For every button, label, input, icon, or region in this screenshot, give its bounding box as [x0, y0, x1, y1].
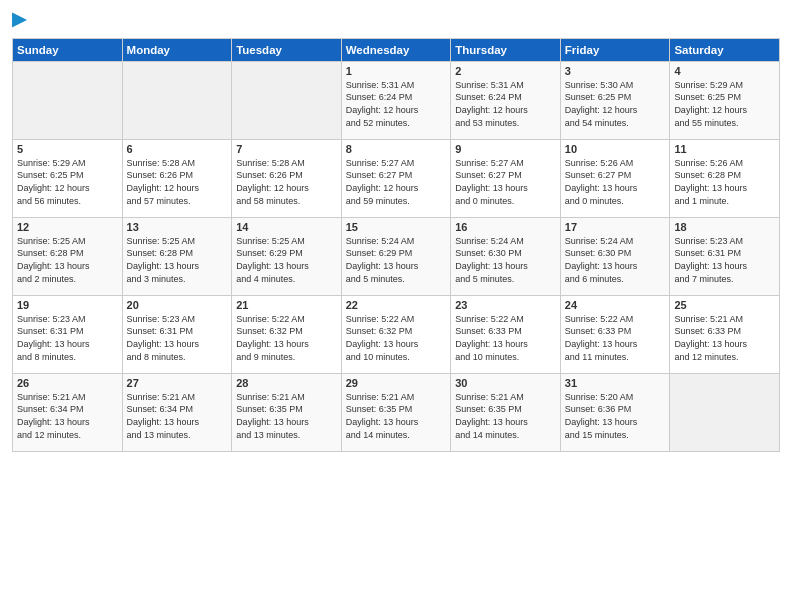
- day-info: Sunrise: 5:25 AM Sunset: 6:29 PM Dayligh…: [236, 235, 337, 285]
- day-number: 17: [565, 221, 666, 233]
- calendar-cell: 26Sunrise: 5:21 AM Sunset: 6:34 PM Dayli…: [13, 373, 123, 451]
- day-info: Sunrise: 5:31 AM Sunset: 6:24 PM Dayligh…: [346, 79, 447, 129]
- day-info: Sunrise: 5:31 AM Sunset: 6:24 PM Dayligh…: [455, 79, 556, 129]
- calendar-cell: 6Sunrise: 5:28 AM Sunset: 6:26 PM Daylig…: [122, 139, 232, 217]
- calendar-cell: 15Sunrise: 5:24 AM Sunset: 6:29 PM Dayli…: [341, 217, 451, 295]
- day-info: Sunrise: 5:26 AM Sunset: 6:27 PM Dayligh…: [565, 157, 666, 207]
- calendar-table: SundayMondayTuesdayWednesdayThursdayFrid…: [12, 38, 780, 452]
- day-number: 30: [455, 377, 556, 389]
- calendar-cell: 29Sunrise: 5:21 AM Sunset: 6:35 PM Dayli…: [341, 373, 451, 451]
- day-number: 21: [236, 299, 337, 311]
- day-info: Sunrise: 5:28 AM Sunset: 6:26 PM Dayligh…: [236, 157, 337, 207]
- day-number: 3: [565, 65, 666, 77]
- day-number: 7: [236, 143, 337, 155]
- day-number: 8: [346, 143, 447, 155]
- day-of-week-header: Monday: [122, 38, 232, 61]
- day-number: 15: [346, 221, 447, 233]
- day-number: 22: [346, 299, 447, 311]
- logo: ▶: [12, 10, 26, 30]
- day-number: 25: [674, 299, 775, 311]
- header: ▶: [12, 10, 780, 30]
- day-number: 23: [455, 299, 556, 311]
- day-number: 5: [17, 143, 118, 155]
- calendar-cell: [232, 61, 342, 139]
- day-info: Sunrise: 5:22 AM Sunset: 6:33 PM Dayligh…: [565, 313, 666, 363]
- day-number: 16: [455, 221, 556, 233]
- day-number: 11: [674, 143, 775, 155]
- day-number: 2: [455, 65, 556, 77]
- day-info: Sunrise: 5:30 AM Sunset: 6:25 PM Dayligh…: [565, 79, 666, 129]
- calendar-cell: 31Sunrise: 5:20 AM Sunset: 6:36 PM Dayli…: [560, 373, 670, 451]
- day-number: 18: [674, 221, 775, 233]
- page-container: ▶ SundayMondayTuesdayWednesdayThursdayFr…: [0, 0, 792, 462]
- calendar-week-row: 5Sunrise: 5:29 AM Sunset: 6:25 PM Daylig…: [13, 139, 780, 217]
- calendar-week-row: 1Sunrise: 5:31 AM Sunset: 6:24 PM Daylig…: [13, 61, 780, 139]
- calendar-cell: 18Sunrise: 5:23 AM Sunset: 6:31 PM Dayli…: [670, 217, 780, 295]
- calendar-cell: [13, 61, 123, 139]
- day-info: Sunrise: 5:23 AM Sunset: 6:31 PM Dayligh…: [17, 313, 118, 363]
- day-number: 27: [127, 377, 228, 389]
- calendar-week-row: 19Sunrise: 5:23 AM Sunset: 6:31 PM Dayli…: [13, 295, 780, 373]
- day-info: Sunrise: 5:24 AM Sunset: 6:29 PM Dayligh…: [346, 235, 447, 285]
- calendar-cell: 12Sunrise: 5:25 AM Sunset: 6:28 PM Dayli…: [13, 217, 123, 295]
- calendar-cell: 17Sunrise: 5:24 AM Sunset: 6:30 PM Dayli…: [560, 217, 670, 295]
- calendar-cell: 20Sunrise: 5:23 AM Sunset: 6:31 PM Dayli…: [122, 295, 232, 373]
- day-info: Sunrise: 5:26 AM Sunset: 6:28 PM Dayligh…: [674, 157, 775, 207]
- day-of-week-header: Friday: [560, 38, 670, 61]
- day-info: Sunrise: 5:27 AM Sunset: 6:27 PM Dayligh…: [455, 157, 556, 207]
- day-info: Sunrise: 5:21 AM Sunset: 6:35 PM Dayligh…: [346, 391, 447, 441]
- day-number: 4: [674, 65, 775, 77]
- calendar-cell: 8Sunrise: 5:27 AM Sunset: 6:27 PM Daylig…: [341, 139, 451, 217]
- day-number: 6: [127, 143, 228, 155]
- day-info: Sunrise: 5:25 AM Sunset: 6:28 PM Dayligh…: [17, 235, 118, 285]
- day-info: Sunrise: 5:22 AM Sunset: 6:32 PM Dayligh…: [346, 313, 447, 363]
- day-info: Sunrise: 5:29 AM Sunset: 6:25 PM Dayligh…: [674, 79, 775, 129]
- day-info: Sunrise: 5:27 AM Sunset: 6:27 PM Dayligh…: [346, 157, 447, 207]
- calendar-cell: 28Sunrise: 5:21 AM Sunset: 6:35 PM Dayli…: [232, 373, 342, 451]
- calendar-cell: 14Sunrise: 5:25 AM Sunset: 6:29 PM Dayli…: [232, 217, 342, 295]
- day-number: 12: [17, 221, 118, 233]
- day-number: 14: [236, 221, 337, 233]
- calendar-cell: 25Sunrise: 5:21 AM Sunset: 6:33 PM Dayli…: [670, 295, 780, 373]
- calendar-cell: 1Sunrise: 5:31 AM Sunset: 6:24 PM Daylig…: [341, 61, 451, 139]
- day-number: 28: [236, 377, 337, 389]
- day-number: 20: [127, 299, 228, 311]
- calendar-cell: 16Sunrise: 5:24 AM Sunset: 6:30 PM Dayli…: [451, 217, 561, 295]
- day-number: 29: [346, 377, 447, 389]
- calendar-cell: 10Sunrise: 5:26 AM Sunset: 6:27 PM Dayli…: [560, 139, 670, 217]
- day-number: 24: [565, 299, 666, 311]
- day-info: Sunrise: 5:21 AM Sunset: 6:33 PM Dayligh…: [674, 313, 775, 363]
- day-info: Sunrise: 5:24 AM Sunset: 6:30 PM Dayligh…: [455, 235, 556, 285]
- day-number: 31: [565, 377, 666, 389]
- calendar-cell: 30Sunrise: 5:21 AM Sunset: 6:35 PM Dayli…: [451, 373, 561, 451]
- calendar-week-row: 12Sunrise: 5:25 AM Sunset: 6:28 PM Dayli…: [13, 217, 780, 295]
- day-of-week-header: Tuesday: [232, 38, 342, 61]
- day-of-week-header: Saturday: [670, 38, 780, 61]
- calendar-cell: 27Sunrise: 5:21 AM Sunset: 6:34 PM Dayli…: [122, 373, 232, 451]
- calendar-cell: 21Sunrise: 5:22 AM Sunset: 6:32 PM Dayli…: [232, 295, 342, 373]
- day-info: Sunrise: 5:21 AM Sunset: 6:34 PM Dayligh…: [17, 391, 118, 441]
- calendar-cell: 19Sunrise: 5:23 AM Sunset: 6:31 PM Dayli…: [13, 295, 123, 373]
- day-info: Sunrise: 5:25 AM Sunset: 6:28 PM Dayligh…: [127, 235, 228, 285]
- day-number: 9: [455, 143, 556, 155]
- day-info: Sunrise: 5:23 AM Sunset: 6:31 PM Dayligh…: [127, 313, 228, 363]
- day-info: Sunrise: 5:21 AM Sunset: 6:35 PM Dayligh…: [455, 391, 556, 441]
- day-number: 19: [17, 299, 118, 311]
- calendar-cell: 13Sunrise: 5:25 AM Sunset: 6:28 PM Dayli…: [122, 217, 232, 295]
- calendar-cell: [122, 61, 232, 139]
- day-info: Sunrise: 5:21 AM Sunset: 6:34 PM Dayligh…: [127, 391, 228, 441]
- calendar-cell: 9Sunrise: 5:27 AM Sunset: 6:27 PM Daylig…: [451, 139, 561, 217]
- calendar-cell: 7Sunrise: 5:28 AM Sunset: 6:26 PM Daylig…: [232, 139, 342, 217]
- calendar-cell: 3Sunrise: 5:30 AM Sunset: 6:25 PM Daylig…: [560, 61, 670, 139]
- calendar-header-row: SundayMondayTuesdayWednesdayThursdayFrid…: [13, 38, 780, 61]
- calendar-cell: 11Sunrise: 5:26 AM Sunset: 6:28 PM Dayli…: [670, 139, 780, 217]
- day-of-week-header: Thursday: [451, 38, 561, 61]
- calendar-cell: 5Sunrise: 5:29 AM Sunset: 6:25 PM Daylig…: [13, 139, 123, 217]
- day-of-week-header: Wednesday: [341, 38, 451, 61]
- day-info: Sunrise: 5:23 AM Sunset: 6:31 PM Dayligh…: [674, 235, 775, 285]
- day-number: 1: [346, 65, 447, 77]
- day-of-week-header: Sunday: [13, 38, 123, 61]
- day-number: 13: [127, 221, 228, 233]
- day-info: Sunrise: 5:29 AM Sunset: 6:25 PM Dayligh…: [17, 157, 118, 207]
- day-info: Sunrise: 5:22 AM Sunset: 6:32 PM Dayligh…: [236, 313, 337, 363]
